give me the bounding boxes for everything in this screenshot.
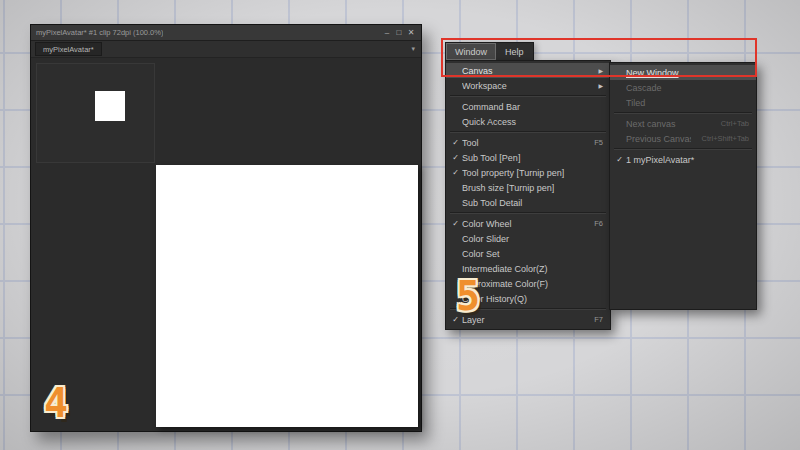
menu-item-label: Sub Tool Detail — [462, 198, 593, 208]
menubar: WindowHelp — [445, 42, 534, 61]
menu-item-label: Next canvas — [626, 119, 711, 129]
shortcut-label: F7 — [594, 315, 603, 324]
shortcut-label: Ctrl+Tab — [721, 119, 749, 128]
navigator-preview-thumbnail — [95, 91, 125, 121]
shortcut-label: F6 — [594, 219, 603, 228]
menu-item-1-mypixelavatar[interactable]: ✓1 myPixelAvatar* — [610, 152, 756, 167]
checkmark-icon: ✓ — [449, 168, 462, 177]
menu-separator — [450, 95, 606, 97]
submenu-arrow-icon: ▶ — [598, 67, 603, 74]
step-number-badge: 5 — [456, 276, 480, 316]
step-number-badge: 4 — [44, 383, 68, 423]
checkmark-icon: ✓ — [449, 138, 462, 147]
menu-item-next-canvas: Next canvasCtrl+Tab — [610, 116, 756, 131]
window-controls: – □ ✕ — [381, 28, 421, 37]
dropdown-chevron-icon[interactable]: ▾ — [411, 45, 421, 53]
menu-item-label: Workspace — [462, 81, 588, 91]
checkmark-icon: ✓ — [613, 155, 626, 164]
canvas-submenu: New WindowCascadeTiledNext canvasCtrl+Ta… — [609, 62, 757, 310]
menu-item-label: Quick Access — [462, 117, 593, 127]
menu-item-previous-canvas: Previous CanvasCtrl+Shift+Tab — [610, 131, 756, 146]
menu-item-canvas[interactable]: Canvas▶ — [446, 63, 610, 78]
close-button[interactable]: ✕ — [405, 28, 417, 37]
canvas-tab[interactable]: myPixelAvatar* — [35, 42, 102, 56]
menu-item-label: Brush size [Turnip pen] — [462, 183, 593, 193]
menu-item-label: Tool property [Turnip pen] — [462, 168, 593, 178]
menu-item-label: Sub Tool [Pen] — [462, 153, 593, 163]
menu-item-new-window[interactable]: New Window — [610, 65, 756, 80]
menu-item-label: Color Set — [462, 249, 593, 259]
app-window: myPixelAvatar* #1 clip 72dpi (100.0%) – … — [30, 24, 422, 432]
menu-item-cascade: Cascade — [610, 80, 756, 95]
shortcut-label: F5 — [594, 138, 603, 147]
submenu-arrow-icon: ▶ — [598, 82, 603, 89]
menu-separator — [450, 212, 606, 214]
menu-item-sub-tool-detail[interactable]: Sub Tool Detail — [446, 195, 610, 210]
window-titlebar: myPixelAvatar* #1 clip 72dpi (100.0%) – … — [31, 25, 421, 41]
menu-item-label: Intermediate Color(Z) — [462, 264, 593, 274]
menu-item-color-wheel[interactable]: ✓Color WheelF6 — [446, 216, 610, 231]
drawing-canvas[interactable] — [156, 165, 418, 427]
menu-item-tool[interactable]: ✓ToolF5 — [446, 135, 610, 150]
menu-item-label: Layer — [462, 315, 584, 325]
window-title: myPixelAvatar* #1 clip 72dpi (100.0%) — [31, 28, 163, 37]
menu-item-label: Canvas — [462, 66, 588, 76]
menu-item-label: Approximate Color(F) — [462, 279, 593, 289]
shortcut-label: Ctrl+Shift+Tab — [701, 134, 749, 143]
menu-separator — [450, 131, 606, 133]
menu-item-label: Color History(Q) — [462, 294, 593, 304]
menu-item-tiled: Tiled — [610, 95, 756, 110]
menu-item-color-set[interactable]: Color Set — [446, 246, 610, 261]
menu-item-quick-access[interactable]: Quick Access — [446, 114, 610, 129]
menu-item-label: Tiled — [626, 98, 739, 108]
menu-item-sub-tool-pen[interactable]: ✓Sub Tool [Pen] — [446, 150, 610, 165]
menu-separator — [614, 112, 752, 114]
checkmark-icon: ✓ — [449, 219, 462, 228]
menu-item-label: New Window — [626, 68, 739, 78]
menu-item-label: Color Wheel — [462, 219, 584, 229]
menu-item-label: Cascade — [626, 83, 739, 93]
menu-item-label: Command Bar — [462, 102, 593, 112]
menu-item-workspace[interactable]: Workspace▶ — [446, 78, 610, 93]
menubar-item-help[interactable]: Help — [496, 43, 533, 60]
menubar-item-window[interactable]: Window — [446, 43, 496, 60]
minimize-button[interactable]: – — [381, 28, 393, 37]
maximize-button[interactable]: □ — [393, 28, 405, 37]
checkmark-icon: ✓ — [449, 153, 462, 162]
menu-item-label: Tool — [462, 138, 584, 148]
menu-item-tool-property-turnip-pen[interactable]: ✓Tool property [Turnip pen] — [446, 165, 610, 180]
menu-item-color-slider[interactable]: Color Slider — [446, 231, 610, 246]
menu-item-command-bar[interactable]: Command Bar — [446, 99, 610, 114]
navigator-panel — [36, 63, 155, 163]
canvas-tabstrip: myPixelAvatar* ▾ — [31, 41, 421, 58]
menu-item-label: 1 myPixelAvatar* — [626, 155, 739, 165]
desktop-background: myPixelAvatar* #1 clip 72dpi (100.0%) – … — [0, 0, 800, 450]
menu-item-brush-size-turnip-pen[interactable]: Brush size [Turnip pen] — [446, 180, 610, 195]
menu-item-label: Previous Canvas — [626, 134, 691, 144]
menu-separator — [614, 148, 752, 150]
menu-item-label: Color Slider — [462, 234, 593, 244]
